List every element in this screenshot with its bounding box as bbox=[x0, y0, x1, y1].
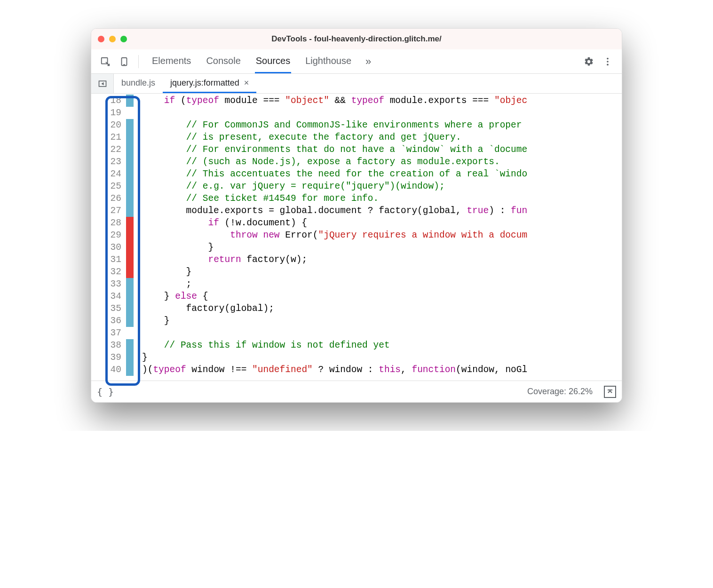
settings-icon[interactable] bbox=[581, 54, 596, 69]
coverage-marker bbox=[126, 217, 134, 229]
kebab-menu-icon[interactable] bbox=[600, 54, 615, 69]
tab-elements[interactable]: Elements bbox=[151, 50, 192, 73]
coverage-marker bbox=[126, 205, 134, 217]
code-line[interactable]: // e.g. var jQuery = require("jquery")(w… bbox=[142, 180, 622, 192]
line-number[interactable]: 25 bbox=[91, 180, 124, 192]
line-number[interactable]: 21 bbox=[91, 131, 124, 143]
line-number[interactable]: 39 bbox=[91, 351, 124, 364]
code-line[interactable]: } else { bbox=[142, 290, 622, 302]
tab-sources[interactable]: Sources bbox=[255, 50, 291, 73]
close-tab-icon[interactable]: × bbox=[244, 78, 249, 88]
code-line[interactable]: // is present, execute the factory and g… bbox=[142, 131, 622, 143]
coverage-marker bbox=[126, 95, 134, 107]
code-line[interactable]: // This accentuates the need for the cre… bbox=[142, 168, 622, 180]
line-number-gutter: 1819202122232425262728293031323334353637… bbox=[91, 94, 126, 381]
coverage-marker bbox=[126, 266, 134, 278]
code-line[interactable]: module.exports = global.document ? facto… bbox=[142, 205, 622, 217]
titlebar: DevTools - foul-heavenly-direction.glitc… bbox=[91, 29, 622, 49]
traffic-lights bbox=[98, 36, 127, 42]
line-number[interactable]: 18 bbox=[91, 95, 124, 107]
code-line[interactable]: // (such as Node.js), expose a factory a… bbox=[142, 156, 622, 168]
code-line[interactable]: // For CommonJS and CommonJS-like enviro… bbox=[142, 119, 622, 131]
code-line[interactable]: } bbox=[142, 351, 622, 364]
code-line[interactable]: } bbox=[142, 241, 622, 254]
coverage-marker bbox=[126, 254, 134, 266]
svg-point-4 bbox=[607, 61, 609, 63]
code-line[interactable]: return factory(w); bbox=[142, 254, 622, 266]
line-number[interactable]: 29 bbox=[91, 229, 124, 241]
code-line[interactable]: // For environments that do not have a `… bbox=[142, 143, 622, 156]
coverage-marker bbox=[126, 156, 134, 168]
code-line[interactable]: } bbox=[142, 266, 622, 278]
coverage-marker bbox=[126, 290, 134, 302]
line-number[interactable]: 19 bbox=[91, 107, 124, 119]
code-line[interactable]: // See ticket #14549 for more info. bbox=[142, 192, 622, 205]
window-minimize-button[interactable] bbox=[109, 36, 116, 42]
coverage-marker bbox=[126, 229, 134, 241]
line-number[interactable]: 32 bbox=[91, 266, 124, 278]
svg-point-3 bbox=[607, 57, 609, 59]
tab-lighthouse[interactable]: Lighthouse bbox=[304, 50, 352, 73]
line-number[interactable]: 20 bbox=[91, 119, 124, 131]
line-number[interactable]: 34 bbox=[91, 290, 124, 302]
coverage-marker bbox=[126, 192, 134, 205]
code-line[interactable] bbox=[142, 327, 622, 339]
toolbar-right bbox=[581, 54, 615, 69]
line-number[interactable]: 27 bbox=[91, 205, 124, 217]
code-line[interactable]: if (typeof module === "object" && typeof… bbox=[142, 95, 622, 107]
pretty-print-icon[interactable]: { } bbox=[97, 386, 114, 397]
tab-console[interactable]: Console bbox=[205, 50, 241, 73]
line-number[interactable]: 22 bbox=[91, 143, 124, 156]
coverage-marker bbox=[126, 364, 134, 376]
line-number[interactable]: 31 bbox=[91, 254, 124, 266]
line-number[interactable]: 28 bbox=[91, 217, 124, 229]
coverage-marker bbox=[126, 119, 134, 131]
file-tabbar: bundle.js jquery.js:formatted × bbox=[91, 74, 622, 94]
line-number[interactable]: 38 bbox=[91, 339, 124, 351]
main-toolbar: Elements Console Sources Lighthouse » bbox=[91, 49, 622, 74]
coverage-marker bbox=[126, 168, 134, 180]
line-number[interactable]: 30 bbox=[91, 241, 124, 254]
window-maximize-button[interactable] bbox=[120, 36, 127, 42]
navigator-toggle-icon[interactable] bbox=[91, 74, 114, 93]
window-title: DevTools - foul-heavenly-direction.glitc… bbox=[91, 34, 622, 44]
line-number[interactable]: 26 bbox=[91, 192, 124, 205]
code-editor[interactable]: 1819202122232425262728293031323334353637… bbox=[91, 94, 622, 381]
code-line[interactable]: ; bbox=[142, 278, 622, 290]
file-tab-jquery[interactable]: jquery.js:formatted × bbox=[163, 74, 256, 93]
coverage-marker bbox=[126, 339, 134, 351]
coverage-label: Coverage: 26.2% bbox=[521, 387, 599, 397]
line-number[interactable]: 36 bbox=[91, 315, 124, 327]
line-number[interactable]: 23 bbox=[91, 156, 124, 168]
coverage-marker bbox=[126, 131, 134, 143]
coverage-gutter bbox=[126, 94, 134, 381]
coverage-marker bbox=[126, 327, 134, 339]
coverage-marker bbox=[126, 302, 134, 315]
code-line[interactable]: throw new Error("jQuery requires a windo… bbox=[142, 229, 622, 241]
code-line[interactable] bbox=[142, 107, 622, 119]
code-line[interactable]: if (!w.document) { bbox=[142, 217, 622, 229]
coverage-marker bbox=[126, 351, 134, 364]
window-close-button[interactable] bbox=[98, 36, 104, 42]
inspect-element-icon[interactable] bbox=[98, 54, 113, 69]
code-line[interactable]: } bbox=[142, 315, 622, 327]
line-number[interactable]: 35 bbox=[91, 302, 124, 315]
line-number[interactable]: 24 bbox=[91, 168, 124, 180]
line-number[interactable]: 33 bbox=[91, 278, 124, 290]
panel-tabs: Elements Console Sources Lighthouse » bbox=[151, 50, 578, 73]
expand-up-icon[interactable] bbox=[604, 386, 616, 398]
divider bbox=[138, 55, 139, 68]
coverage-marker bbox=[126, 180, 134, 192]
code-area[interactable]: if (typeof module === "object" && typeof… bbox=[134, 94, 622, 381]
file-tab-bundle[interactable]: bundle.js bbox=[114, 74, 163, 93]
device-toolbar-icon[interactable] bbox=[117, 54, 132, 69]
line-number[interactable]: 37 bbox=[91, 327, 124, 339]
code-line[interactable]: factory(global); bbox=[142, 302, 622, 315]
more-tabs-button[interactable]: » bbox=[365, 56, 371, 68]
code-line[interactable]: )(typeof window !== "undefined" ? window… bbox=[142, 364, 622, 376]
file-tab-label: bundle.js bbox=[121, 78, 155, 88]
code-line[interactable]: // Pass this if window is not defined ye… bbox=[142, 339, 622, 351]
coverage-marker bbox=[126, 315, 134, 327]
line-number[interactable]: 40 bbox=[91, 364, 124, 376]
coverage-marker bbox=[126, 143, 134, 156]
